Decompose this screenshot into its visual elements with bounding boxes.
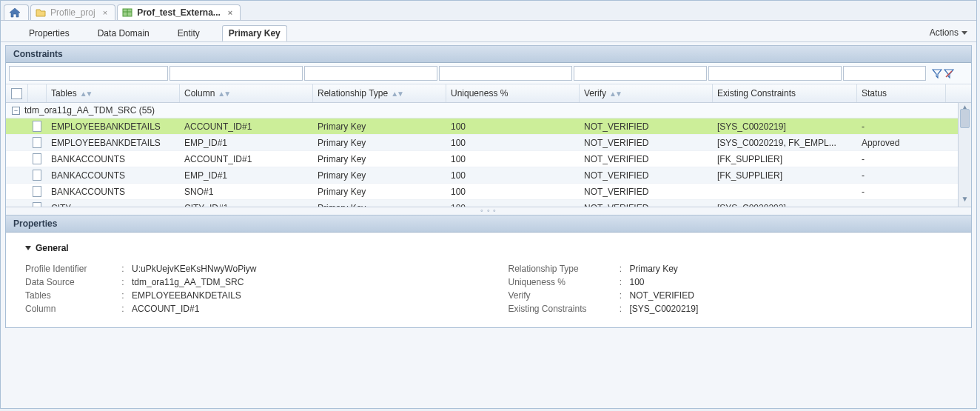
col-tables[interactable]: Tables▲▼: [47, 84, 180, 102]
cell-tables: BANKACCOUNTS: [47, 152, 180, 167]
prop-label: Existing Constraints: [509, 304, 612, 314]
folder-icon: [36, 7, 46, 18]
prop-value: 100: [630, 277, 645, 287]
table-row[interactable]: EMPLOYEEBANKDETAILSACCOUNT_ID#1Primary K…: [6, 118, 971, 135]
cell-status: -: [857, 152, 946, 167]
cell-status: -: [857, 168, 946, 183]
cell-uniq: 100: [446, 152, 580, 167]
scroll-thumb[interactable]: [960, 109, 970, 128]
cell-tables: EMPLOYEEBANKDETAILS: [47, 119, 180, 134]
subtab-properties[interactable]: Properties: [23, 26, 75, 41]
row-checkbox[interactable]: [33, 170, 41, 181]
cell-verify: NOT_VERIFIED: [580, 136, 713, 150]
sort-icon: ▲▼: [218, 90, 229, 98]
collapse-icon[interactable]: −: [12, 107, 20, 115]
col-rel[interactable]: Relationship Type▲▼: [313, 84, 446, 102]
tab-strip: Profile_proj × Prof_test_Externa... ×: [1, 1, 976, 21]
col-uniq[interactable]: Uniqueness %: [446, 84, 580, 102]
prop-label: Uniqueness %: [509, 277, 612, 287]
prop-label: Tables: [25, 290, 114, 301]
prop-label: Profile Identifier: [25, 264, 114, 274]
cell-rel: Primary Key: [313, 184, 446, 199]
filter-column-input[interactable]: [170, 66, 303, 81]
scroll-down-icon[interactable]: ▼: [959, 195, 971, 207]
sort-icon: ▲▼: [609, 90, 621, 98]
tab-home[interactable]: [4, 4, 29, 20]
vertical-scrollbar[interactable]: ▲ ▼: [958, 103, 971, 207]
cell-column: CITY_ID#1: [180, 201, 313, 208]
tab-profile-proj[interactable]: Profile_proj ×: [30, 4, 115, 20]
filter-verify-input[interactable]: [574, 66, 707, 81]
select-all-checkbox[interactable]: [11, 88, 22, 99]
col-existing[interactable]: Existing Constraints: [713, 84, 857, 102]
row-checkbox[interactable]: [33, 202, 41, 207]
prop-label: Column: [25, 304, 114, 314]
row-checkbox[interactable]: [33, 137, 41, 148]
cell-uniq: 100: [446, 201, 580, 208]
properties-header: Properties: [6, 215, 971, 233]
col-status[interactable]: Status: [857, 84, 946, 102]
cell-column: SNO#1: [180, 184, 313, 199]
close-icon[interactable]: ×: [103, 8, 107, 17]
prop-value: Primary Key: [630, 264, 678, 274]
table-row[interactable]: CITYCITY_ID#1Primary Key100NOT_VERIFIED[…: [6, 200, 971, 207]
table-icon: [122, 7, 132, 18]
filter-uniq-input[interactable]: [439, 66, 572, 81]
chevron-down-icon: [25, 246, 31, 250]
subtab-primary-key[interactable]: Primary Key: [222, 25, 287, 41]
chevron-down-icon: [961, 31, 967, 35]
table-header: Tables▲▼ Column▲▼ Relationship Type▲▼ Un…: [6, 84, 971, 103]
prop-value: tdm_ora11g_AA_TDM_SRC: [132, 277, 244, 287]
cell-column: ACCOUNT_ID#1: [180, 119, 313, 134]
cell-rel: Primary Key: [313, 136, 446, 150]
cell-tables: EMPLOYEEBANKDETAILS: [47, 136, 180, 150]
row-checkbox[interactable]: [33, 153, 41, 164]
filter-status-input[interactable]: [843, 66, 926, 81]
cell-existing: [SYS_C0020219]: [713, 119, 857, 134]
table-row[interactable]: BANKACCOUNTSSNO#1Primary Key100NOT_VERIF…: [6, 184, 971, 200]
cell-verify: NOT_VERIFIED: [580, 119, 713, 134]
cell-uniq: 100: [446, 119, 580, 134]
prop-value: ACCOUNT_ID#1: [132, 304, 199, 314]
prop-label: Data Source: [25, 277, 114, 287]
cell-column: EMP_ID#1: [180, 168, 313, 183]
col-verify[interactable]: Verify▲▼: [580, 84, 713, 102]
row-checkbox[interactable]: [33, 186, 41, 197]
cell-rel: Primary Key: [313, 152, 446, 167]
actions-menu[interactable]: Actions: [930, 27, 969, 38]
sort-icon: ▲▼: [80, 90, 92, 98]
filter-rel-input[interactable]: [304, 66, 437, 81]
sort-icon: ▲▼: [391, 90, 403, 98]
tab-label: Profile_proj: [50, 7, 95, 18]
subtab-entity[interactable]: Entity: [172, 26, 206, 41]
cell-column: ACCOUNT_ID#1: [180, 152, 313, 167]
table-row[interactable]: BANKACCOUNTSACCOUNT_ID#1Primary Key100NO…: [6, 151, 971, 167]
general-section-toggle[interactable]: General: [25, 243, 952, 253]
cell-status: -: [857, 119, 946, 134]
cell-existing: [SYS_C0020219, FK_EMPL...: [713, 136, 857, 150]
clear-filter-icon[interactable]: [944, 68, 954, 78]
cell-tables: CITY: [47, 201, 180, 208]
cell-tables: BANKACCOUNTS: [47, 184, 180, 199]
cell-rel: Primary Key: [313, 201, 446, 208]
row-checkbox[interactable]: [33, 121, 41, 132]
cell-rel: Primary Key: [313, 119, 446, 134]
close-icon[interactable]: ×: [228, 8, 232, 17]
table-body: − tdm_ora11g_AA_TDM_SRC (55) EMPLOYEEBAN…: [6, 103, 971, 207]
filter-existing-input[interactable]: [708, 66, 842, 81]
table-row[interactable]: EMPLOYEEBANKDETAILSEMP_ID#1Primary Key10…: [6, 135, 971, 151]
constraints-panel: Constraints Tables▲▼ Colum: [5, 45, 972, 215]
filter-row: [6, 63, 971, 84]
col-column[interactable]: Column▲▼: [180, 84, 313, 102]
filter-tables-input[interactable]: [9, 66, 168, 81]
filter-icon[interactable]: [932, 68, 942, 78]
cell-uniq: 100: [446, 184, 580, 199]
table-row[interactable]: BANKACCOUNTSEMP_ID#1Primary Key100NOT_VE…: [6, 167, 971, 184]
cell-existing: [FK_SUPPLIER]: [713, 152, 857, 167]
resize-grip[interactable]: ∘ ∘ ∘: [6, 207, 971, 215]
tab-prof-test[interactable]: Prof_test_Externa... ×: [117, 4, 241, 20]
subtab-data-domain[interactable]: Data Domain: [92, 26, 155, 41]
cell-existing: [SYS_C0020202]: [713, 201, 857, 208]
group-row[interactable]: − tdm_ora11g_AA_TDM_SRC (55): [6, 103, 971, 118]
tab-label: Prof_test_Externa...: [137, 7, 221, 18]
